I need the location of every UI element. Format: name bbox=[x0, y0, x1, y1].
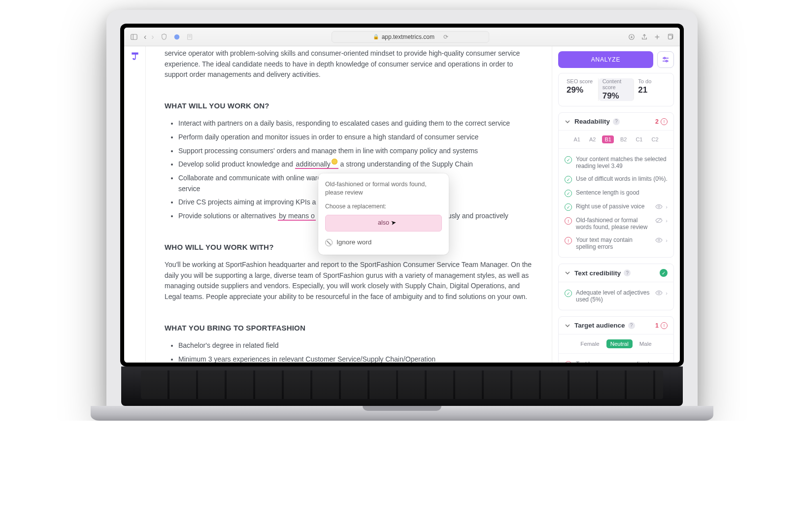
check-item: ✓ Your content matches the selected read… bbox=[564, 153, 669, 172]
gender-male[interactable]: Male bbox=[636, 339, 656, 348]
check-ok-icon: ✓ bbox=[565, 290, 572, 297]
credibility-card: Text credibility ? ✓ ✓ Adequate level of… bbox=[558, 264, 674, 310]
analyze-button[interactable]: ANALYZE bbox=[558, 51, 653, 68]
download-icon[interactable] bbox=[628, 33, 636, 41]
laptop-base bbox=[91, 406, 713, 421]
svg-point-12 bbox=[664, 57, 665, 59]
chevron-down-icon bbox=[565, 323, 570, 329]
svg-point-13 bbox=[666, 60, 667, 62]
svg-point-16 bbox=[658, 239, 660, 241]
address-bar[interactable]: 🔒 app.textmetrics.com ⟳ bbox=[332, 31, 489, 43]
check-item: ✓ Use of difficult words in limits (0%). bbox=[564, 172, 669, 186]
todo-score[interactable]: To do 21 bbox=[634, 78, 670, 101]
replacement-suggestion[interactable]: also bbox=[325, 215, 442, 231]
svg-point-17 bbox=[658, 292, 660, 294]
content-score[interactable]: Content score 79% bbox=[599, 78, 635, 101]
lock-icon: 🔒 bbox=[373, 34, 379, 39]
level-a1[interactable]: A1 bbox=[571, 135, 583, 143]
list-item: Minimum 3 years experiences in relevant … bbox=[178, 354, 533, 363]
level-b2[interactable]: B2 bbox=[618, 135, 629, 143]
gender-selector: Female Neutral Male bbox=[559, 334, 673, 354]
nav-forward-button: › bbox=[150, 33, 155, 41]
privacy-icon[interactable] bbox=[173, 33, 181, 41]
level-b1[interactable]: B1 bbox=[602, 135, 613, 143]
svg-rect-9 bbox=[669, 35, 672, 39]
check-ok-icon: ✓ bbox=[565, 176, 572, 183]
app-logo-icon[interactable] bbox=[130, 51, 140, 61]
gender-neutral[interactable]: Neutral bbox=[606, 339, 633, 348]
check-item[interactable]: ! Text has a more masculine tone bbox=[564, 358, 669, 363]
alert-icon: ! bbox=[661, 118, 668, 125]
intro-paragraph: service operator with problem-solving sk… bbox=[165, 48, 533, 80]
app-left-rail bbox=[124, 46, 146, 363]
help-icon[interactable]: ? bbox=[613, 118, 620, 125]
chevron-down-icon bbox=[565, 270, 570, 276]
readability-header[interactable]: Readability ? 2 ! bbox=[559, 113, 673, 131]
eye-icon[interactable] bbox=[655, 203, 663, 210]
section-body-work-with: You'll be working at SportFashion headqu… bbox=[165, 260, 533, 302]
popover-choose-label: Choose a replacement: bbox=[325, 202, 442, 211]
check-item[interactable]: ✓ Right use of passive voice › bbox=[564, 200, 669, 214]
reload-icon[interactable]: ⟳ bbox=[443, 33, 448, 40]
new-tab-icon[interactable] bbox=[653, 33, 661, 41]
check-ok-icon: ✓ bbox=[565, 190, 572, 197]
credibility-header[interactable]: Text credibility ? ✓ bbox=[559, 264, 673, 282]
laptop-keyboard bbox=[121, 366, 683, 406]
list-item: Bachelor's degree in related field bbox=[178, 340, 533, 351]
readability-card: Readability ? 2 ! A1 A2 B1 bbox=[558, 112, 674, 258]
check-item[interactable]: ✓ Adequate level of adjectives used (5%)… bbox=[564, 286, 669, 306]
tabs-icon[interactable] bbox=[666, 33, 674, 41]
check-warn-icon: ! bbox=[565, 237, 572, 244]
check-ok-icon: ✓ bbox=[565, 156, 572, 164]
shield-icon[interactable] bbox=[160, 33, 168, 41]
suggestion-popover: Old-fashioned or formal words found, ple… bbox=[318, 173, 449, 255]
eye-off-icon[interactable] bbox=[655, 217, 663, 224]
ban-icon bbox=[325, 239, 333, 246]
chevron-down-icon bbox=[565, 119, 570, 125]
settings-button[interactable] bbox=[657, 51, 674, 68]
check-ok-icon: ✓ bbox=[565, 203, 572, 211]
share-icon[interactable] bbox=[640, 33, 648, 41]
section-heading-work-on: WHAT WILL YOU WORK ON? bbox=[165, 100, 533, 111]
help-icon[interactable]: ? bbox=[628, 322, 635, 329]
score-summary: SEO score 29% Content score 79% To do 21 bbox=[558, 73, 674, 106]
check-warn-icon: ! bbox=[565, 361, 572, 363]
document-editor[interactable]: service operator with problem-solving sk… bbox=[146, 46, 552, 363]
level-c1[interactable]: C1 bbox=[633, 135, 645, 143]
gender-female[interactable]: Female bbox=[576, 339, 603, 348]
ignore-word-button[interactable]: Ignore word bbox=[325, 236, 442, 249]
url-text: app.textmetrics.com bbox=[382, 33, 435, 40]
level-c2[interactable]: C2 bbox=[649, 135, 661, 143]
check-item: ✓ Sentence length is good bbox=[564, 186, 669, 200]
reading-level-selector: A1 A2 B1 B2 C1 C2 bbox=[559, 131, 673, 149]
svg-point-14 bbox=[658, 206, 660, 208]
svg-point-2 bbox=[174, 34, 179, 39]
list-item: Interact with partners on a daily basis,… bbox=[178, 118, 533, 129]
svg-rect-0 bbox=[131, 34, 137, 39]
highlighted-word-additionally[interactable]: additionally bbox=[295, 160, 338, 169]
highlighted-phrase-by-means-of[interactable]: by means o bbox=[278, 212, 315, 221]
alert-icon: ! bbox=[661, 322, 668, 329]
audience-card: Target audience ? 1 ! Female Neutral bbox=[558, 316, 674, 363]
popover-title: Old-fashioned or formal words found, ple… bbox=[325, 180, 442, 197]
help-icon[interactable]: ? bbox=[624, 269, 631, 276]
check-item[interactable]: ! Old-fashioned or formal words found, p… bbox=[564, 214, 669, 233]
nav-back-button[interactable]: ‹ bbox=[143, 33, 147, 41]
suggestion-bulb-icon bbox=[332, 159, 337, 165]
eye-icon[interactable] bbox=[655, 289, 663, 297]
laptop-mockup: ‹ › 🔒 app.textmetrics.com bbox=[106, 10, 698, 421]
chevron-right-icon: › bbox=[666, 218, 668, 224]
chevron-right-icon: › bbox=[666, 237, 668, 243]
chevron-right-icon: › bbox=[666, 290, 668, 296]
audience-header[interactable]: Target audience ? 1 ! bbox=[559, 317, 673, 334]
seo-score[interactable]: SEO score 29% bbox=[563, 78, 599, 101]
check-warn-icon: ! bbox=[565, 217, 572, 225]
eye-icon[interactable] bbox=[655, 236, 663, 244]
ok-badge-icon: ✓ bbox=[660, 269, 668, 277]
check-item[interactable]: ! Your text may contain spelling errors … bbox=[564, 233, 669, 253]
list-item: Perform daily operation and monitor issu… bbox=[178, 132, 533, 143]
list-item: Support processing consumers' orders and… bbox=[178, 146, 533, 157]
level-a2[interactable]: A2 bbox=[587, 135, 598, 143]
reader-icon[interactable] bbox=[186, 33, 194, 41]
sidebar-toggle-icon[interactable] bbox=[130, 33, 138, 41]
